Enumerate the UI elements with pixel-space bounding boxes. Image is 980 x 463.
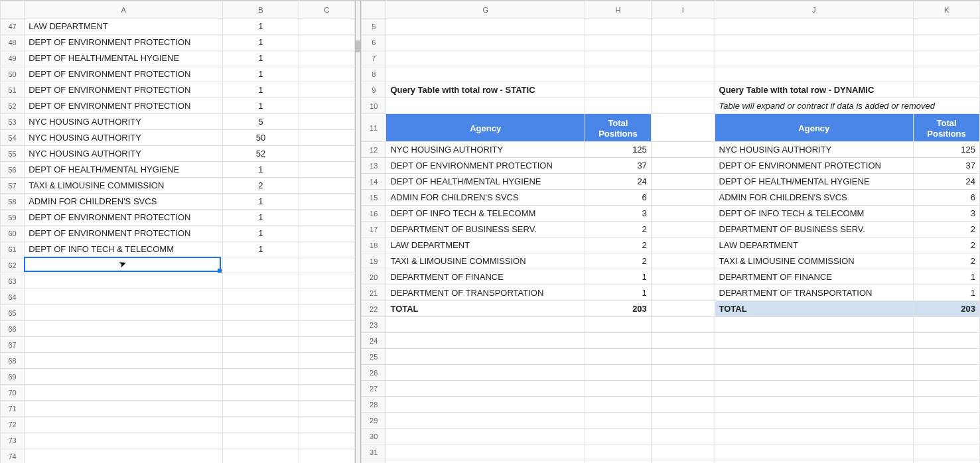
- cell-B69[interactable]: [223, 369, 299, 385]
- cell-C57[interactable]: [299, 178, 354, 194]
- cell-empty[interactable]: [715, 19, 914, 34]
- left-grid[interactable]: ABC47LAW DEPARTMENT148DEPT OF ENVIRONMEN…: [0, 1, 355, 463]
- cell-empty[interactable]: [651, 301, 715, 317]
- static-val-17[interactable]: 2: [585, 222, 652, 237]
- cell-B56[interactable]: 1: [223, 162, 299, 178]
- cell-empty[interactable]: [715, 349, 914, 365]
- row-66[interactable]: 66: [1, 321, 355, 337]
- cell-empty[interactable]: [651, 317, 715, 333]
- cell-empty[interactable]: [651, 365, 715, 381]
- cell-empty[interactable]: [651, 19, 715, 34]
- cell-A61[interactable]: DEPT OF INFO TECH & TELECOMM: [25, 241, 223, 257]
- row-52[interactable]: 52DEPT OF ENVIRONMENT PROTECTION1: [1, 98, 355, 114]
- row-header-50[interactable]: 50: [1, 66, 25, 82]
- static-agency-20[interactable]: DEPARTMENT OF FINANCE: [386, 269, 585, 285]
- cell-empty[interactable]: [585, 397, 652, 413]
- cell-empty[interactable]: [585, 66, 652, 82]
- row-61[interactable]: 61DEPT OF INFO TECH & TELECOMM1: [1, 241, 355, 257]
- cell-empty[interactable]: [651, 82, 715, 98]
- row-header-8[interactable]: 8: [362, 66, 386, 82]
- row-67[interactable]: 67: [1, 337, 355, 353]
- cell-B48[interactable]: 1: [223, 34, 299, 50]
- row-48[interactable]: 48DEPT OF ENVIRONMENT PROTECTION1: [1, 34, 355, 50]
- row-60[interactable]: 60DEPT OF ENVIRONMENT PROTECTION1: [1, 226, 355, 241]
- cell-empty[interactable]: [651, 333, 715, 349]
- cell-empty[interactable]: [914, 413, 980, 429]
- row-header-13[interactable]: 13: [362, 158, 386, 174]
- header-positions-dynamic[interactable]: Total Positions: [914, 114, 980, 142]
- static-val-19[interactable]: 2: [585, 253, 652, 269]
- row-header-5[interactable]: 5: [362, 19, 386, 34]
- row-55[interactable]: 55NYC HOUSING AUTHORITY52: [1, 146, 355, 162]
- static-agency-15[interactable]: ADMIN FOR CHILDREN'S SVCS: [386, 190, 585, 206]
- cell-empty[interactable]: [914, 429, 980, 444]
- cell-empty[interactable]: [585, 365, 652, 381]
- row-51[interactable]: 51DEPT OF ENVIRONMENT PROTECTION1: [1, 82, 355, 98]
- row-header-71[interactable]: 71: [1, 401, 25, 417]
- cell-C67[interactable]: [299, 337, 354, 353]
- col-header-K[interactable]: K: [914, 1, 980, 19]
- row-header-73[interactable]: 73: [1, 432, 25, 448]
- cell-empty[interactable]: [715, 397, 914, 413]
- cell-empty[interactable]: [914, 444, 980, 460]
- cell-empty[interactable]: [914, 50, 980, 66]
- cell-empty[interactable]: [386, 19, 585, 34]
- row-header-61[interactable]: 61: [1, 241, 25, 257]
- cell-empty[interactable]: [914, 381, 980, 397]
- dynamic-val-13[interactable]: 37: [914, 158, 980, 174]
- cell-C72[interactable]: [299, 417, 354, 432]
- cell-C71[interactable]: [299, 401, 354, 417]
- cell-empty[interactable]: [585, 19, 652, 34]
- row-header-26[interactable]: 26: [362, 365, 386, 381]
- cell-empty[interactable]: [651, 158, 715, 174]
- cell-A54[interactable]: NYC HOUSING AUTHORITY: [25, 130, 223, 146]
- cell-empty[interactable]: [914, 349, 980, 365]
- cell-B64[interactable]: [223, 289, 299, 305]
- cell-empty[interactable]: [585, 429, 652, 444]
- static-agency-12[interactable]: NYC HOUSING AUTHORITY: [386, 142, 585, 158]
- static-val-20[interactable]: 1: [585, 269, 652, 285]
- dynamic-total-value[interactable]: 203: [914, 301, 980, 317]
- cell-empty[interactable]: [715, 34, 914, 50]
- col-header-J[interactable]: J: [715, 1, 914, 19]
- cell-empty[interactable]: [651, 444, 715, 460]
- header-agency-static[interactable]: Agency: [386, 114, 585, 142]
- cell-empty[interactable]: [914, 333, 980, 349]
- cell-C62[interactable]: [299, 257, 354, 273]
- row-header-70[interactable]: 70: [1, 385, 25, 401]
- cell-empty[interactable]: [715, 50, 914, 66]
- cell-empty[interactable]: [914, 397, 980, 413]
- col-header-C[interactable]: C: [299, 1, 354, 19]
- dynamic-title[interactable]: Query Table with total row - DYNAMIC: [715, 82, 914, 98]
- row-header-65[interactable]: 65: [1, 305, 25, 321]
- row-header-58[interactable]: 58: [1, 194, 25, 210]
- cell-B47[interactable]: 1: [223, 19, 299, 34]
- cell-empty[interactable]: [651, 206, 715, 222]
- cell-C68[interactable]: [299, 353, 354, 369]
- cell-C65[interactable]: [299, 305, 354, 321]
- cell-empty[interactable]: [651, 413, 715, 429]
- cell-empty[interactable]: [715, 333, 914, 349]
- col-header-G[interactable]: G: [386, 1, 585, 19]
- cell-A64[interactable]: [25, 289, 223, 305]
- row-header-56[interactable]: 56: [1, 162, 25, 178]
- cell-empty[interactable]: [715, 429, 914, 444]
- row-header-29[interactable]: 29: [362, 413, 386, 429]
- cell-B60[interactable]: 1: [223, 226, 299, 241]
- static-val-18[interactable]: 2: [585, 237, 652, 253]
- row-header-72[interactable]: 72: [1, 417, 25, 432]
- cell-empty[interactable]: [585, 381, 652, 397]
- row-header-12[interactable]: 12: [362, 142, 386, 158]
- static-agency-19[interactable]: TAXI & LIMOUSINE COMMISSION: [386, 253, 585, 269]
- cell-empty[interactable]: [914, 66, 980, 82]
- cell-empty[interactable]: [585, 50, 652, 66]
- cell-empty[interactable]: [651, 66, 715, 82]
- row-header-57[interactable]: 57: [1, 178, 25, 194]
- cell-empty[interactable]: [715, 317, 914, 333]
- cell-C59[interactable]: [299, 210, 354, 226]
- row-50[interactable]: 50DEPT OF ENVIRONMENT PROTECTION1: [1, 66, 355, 82]
- cell-A65[interactable]: [25, 305, 223, 321]
- cell-empty[interactable]: [386, 460, 585, 464]
- row-header-23[interactable]: 23: [362, 317, 386, 333]
- row-59[interactable]: 59DEPT OF ENVIRONMENT PROTECTION1: [1, 210, 355, 226]
